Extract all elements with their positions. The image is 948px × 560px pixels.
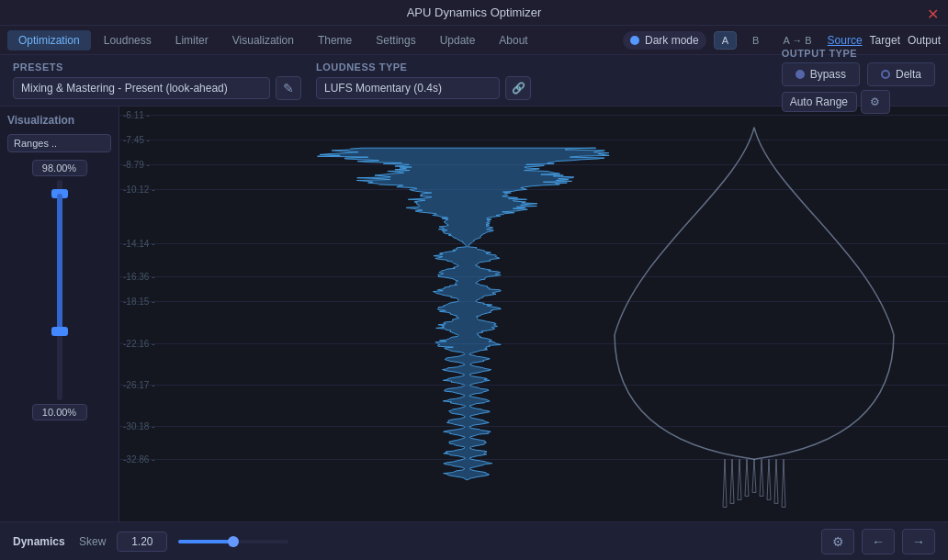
grid-line-label: -10.12 - — [123, 185, 154, 195]
presets-label: Presets — [13, 62, 301, 73]
app-title: APU Dynamics Optimizer — [407, 6, 542, 19]
viz-sidebar: Visualization Ranges .. — [0, 106, 119, 521]
ab-button[interactable]: A → B — [774, 31, 819, 50]
viz-main: -6.11 --7.45 --8.79 --10.12 --14.14 --16… — [119, 106, 948, 521]
tab-loudness[interactable]: Loudness — [93, 30, 163, 50]
grid-line-label: -7.45 - — [123, 135, 150, 145]
grid-line-label: -14.14 - — [123, 239, 154, 249]
range-slider-container — [7, 160, 111, 514]
nav-right: Dark mode A B A → B Source Target Output — [623, 31, 941, 50]
waveform-canvas — [173, 106, 948, 521]
preset-select[interactable]: Mixing & Mastering - Present (look-ahead… — [13, 77, 270, 99]
target-label: Target — [870, 34, 900, 47]
grid-line-label: -6.11 - — [123, 110, 150, 120]
dark-mode-toggle[interactable]: Dark mode — [623, 31, 706, 50]
edit-preset-button[interactable]: ✎ — [276, 76, 301, 100]
source-link[interactable]: Source — [828, 34, 863, 47]
a-button[interactable]: A — [714, 31, 737, 50]
grid-line-label: -8.79 - — [123, 160, 150, 170]
skew-slider-fill — [178, 540, 233, 543]
grid-line-label: -30.18 - — [123, 421, 154, 431]
gear-dynamics-button[interactable]: ⚙ — [821, 529, 854, 554]
delta-button[interactable]: Delta — [867, 62, 935, 86]
tab-theme[interactable]: Theme — [307, 30, 363, 50]
loudness-row: LUFS Momentary (0.4s) 🔗 — [316, 76, 531, 100]
slider-thumb-bottom[interactable] — [51, 327, 68, 336]
slider-fill — [57, 194, 62, 331]
top-percent-input[interactable] — [32, 160, 87, 176]
dynamics-label: Dynamics — [13, 535, 68, 548]
preset-row: Mixing & Mastering - Present (look-ahead… — [13, 76, 301, 100]
loudness-select[interactable]: LUFS Momentary (0.4s) — [316, 77, 500, 99]
output-type-group: Output type Bypass Delta Auto Range ⚙ — [782, 48, 935, 114]
gear-dynamics-icon: ⚙ — [832, 534, 844, 549]
viz-area: Visualization Ranges .. -6.11 --7.45 --8… — [0, 106, 948, 521]
skew-slider-thumb[interactable] — [228, 536, 239, 547]
dynamics-right: ⚙ ← → — [821, 529, 935, 554]
grid-line-label: -26.17 - — [123, 379, 154, 389]
tab-update[interactable]: Update — [429, 30, 487, 50]
output-label: Output — [908, 34, 941, 47]
close-button[interactable]: ✕ — [927, 6, 939, 23]
nav-tabs: Optimization Loudness Limiter Visualizat… — [7, 30, 539, 50]
bypass-label: Bypass — [810, 68, 846, 81]
dynamics-bar: Dynamics Skew ⚙ ← → — [0, 521, 948, 560]
tab-about[interactable]: About — [488, 30, 538, 50]
b-button[interactable]: B — [744, 31, 767, 50]
toggle-dot — [630, 36, 639, 45]
grid-line-label: -22.16 - — [123, 338, 154, 348]
skew-label: Skew — [79, 535, 106, 548]
tab-settings[interactable]: Settings — [365, 30, 426, 50]
viz-label: Visualization — [7, 114, 111, 127]
waveform-canvas-wrapper — [173, 106, 948, 521]
output-type-label: Output type — [782, 48, 935, 59]
loudness-type-group: Loudness type LUFS Momentary (0.4s) 🔗 — [316, 62, 531, 100]
loudness-type-label: Loudness type — [316, 62, 531, 73]
delta-radio — [881, 70, 890, 79]
grid-line-label: -18.15 - — [123, 297, 154, 307]
delta-label: Delta — [896, 68, 921, 81]
back-button[interactable]: ← — [862, 529, 895, 554]
controls-bar: Presets Mixing & Mastering - Present (lo… — [0, 55, 948, 106]
tab-optimization[interactable]: Optimization — [7, 30, 91, 50]
skew-input[interactable] — [117, 532, 167, 552]
ranges-select[interactable]: Ranges .. — [7, 134, 111, 152]
output-row: Bypass Delta — [782, 62, 935, 86]
title-bar: APU Dynamics Optimizer ✕ — [0, 0, 948, 26]
range-slider-track — [57, 180, 62, 400]
tab-limiter[interactable]: Limiter — [164, 30, 220, 50]
dark-mode-label: Dark mode — [645, 34, 699, 47]
link-icon: 🔗 — [512, 82, 525, 95]
bypass-button[interactable]: Bypass — [782, 62, 860, 86]
grid-line-label: -16.36 - — [123, 272, 154, 282]
grid-line-label: -32.86 - — [123, 454, 154, 465]
skew-slider[interactable] — [178, 540, 288, 543]
presets-group: Presets Mixing & Mastering - Present (lo… — [13, 62, 301, 100]
bypass-radio — [796, 70, 805, 79]
link-button[interactable]: 🔗 — [505, 76, 531, 100]
forward-button[interactable]: → — [902, 529, 935, 554]
tab-visualization[interactable]: Visualization — [221, 30, 305, 50]
bottom-percent-input[interactable] — [32, 404, 87, 420]
